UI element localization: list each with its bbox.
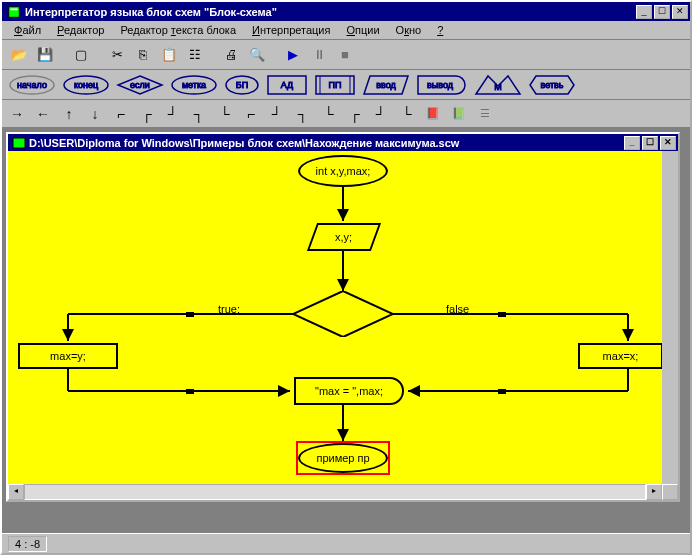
svg-text:ввод: ввод bbox=[376, 80, 396, 90]
node-condition[interactable] bbox=[293, 291, 393, 337]
props-icon[interactable]: ☷ bbox=[184, 44, 206, 66]
svg-text:если: если bbox=[130, 80, 150, 90]
child-minimize-button[interactable]: _ bbox=[624, 136, 640, 150]
menu-interpretation[interactable]: Интерпретация bbox=[244, 23, 338, 37]
shape-pp[interactable]: ПП bbox=[314, 74, 356, 96]
node-end-selected[interactable]: пример пр bbox=[298, 443, 388, 473]
mdi-client-area: D:\USER\Diploma for Windows\Примеры блок… bbox=[2, 128, 690, 533]
size-grip[interactable] bbox=[662, 484, 678, 500]
arrow-left-icon[interactable]: ← bbox=[34, 105, 52, 123]
label-true: true; bbox=[218, 303, 240, 315]
menu-window[interactable]: Окно bbox=[388, 23, 430, 37]
svg-text:метка: метка bbox=[182, 80, 206, 90]
status-coords: 4 : -8 bbox=[8, 536, 47, 552]
svg-text:ПП: ПП bbox=[329, 80, 342, 90]
menu-editor[interactable]: Редактор bbox=[49, 23, 112, 37]
flowchart-canvas[interactable]: int x,y,max; x,y; true; false max=y; max… bbox=[8, 151, 662, 484]
shape-output[interactable]: вывод bbox=[416, 74, 468, 96]
node-output[interactable]: "max = ",max; bbox=[294, 377, 404, 405]
arrow-ru-icon[interactable]: ┘ bbox=[164, 105, 182, 123]
print-icon[interactable]: 🖨 bbox=[220, 44, 242, 66]
arrow-c3-icon[interactable]: ┘ bbox=[372, 105, 390, 123]
svg-rect-36 bbox=[186, 389, 194, 394]
child-title-text: D:\USER\Diploma for Windows\Примеры блок… bbox=[29, 137, 622, 149]
arrow-up-icon[interactable]: ↑ bbox=[60, 105, 78, 123]
menu-options[interactable]: Опции bbox=[338, 23, 387, 37]
shape-branch[interactable]: ветвь bbox=[528, 74, 576, 96]
node-max-x[interactable]: max=x; bbox=[578, 343, 662, 369]
menu-file[interactable]: Файл bbox=[6, 23, 49, 37]
save-icon[interactable]: 💾 bbox=[34, 44, 56, 66]
shape-input[interactable]: ввод bbox=[362, 74, 410, 96]
shape-if[interactable]: если bbox=[116, 74, 164, 96]
open-icon[interactable]: 📂 bbox=[8, 44, 30, 66]
new-icon[interactable]: ▢ bbox=[70, 44, 92, 66]
arrow-ul-icon[interactable]: └ bbox=[216, 105, 234, 123]
vertical-scrollbar[interactable] bbox=[662, 151, 678, 484]
run-icon[interactable]: ▶ bbox=[282, 44, 304, 66]
shape-label[interactable]: метка bbox=[170, 74, 218, 96]
arrow-ur-icon[interactable]: ┌ bbox=[138, 105, 156, 123]
arrow-lu-icon[interactable]: ┘ bbox=[268, 105, 286, 123]
svg-rect-1 bbox=[11, 8, 18, 10]
shape-toolbar: начало конец если метка БП АД ПП ввод вы… bbox=[2, 70, 690, 100]
child-window: D:\USER\Diploma for Windows\Примеры блок… bbox=[6, 132, 680, 502]
svg-text:АД: АД bbox=[281, 80, 293, 90]
menu-help[interactable]: ? bbox=[429, 23, 451, 37]
node-max-y[interactable]: max=y; bbox=[18, 343, 118, 369]
svg-text:ветвь: ветвь bbox=[541, 80, 564, 90]
paste-icon[interactable]: 📋 bbox=[158, 44, 180, 66]
shape-ad[interactable]: АД bbox=[266, 74, 308, 96]
scroll-left-button[interactable]: ◂ bbox=[8, 484, 24, 500]
child-icon bbox=[12, 137, 26, 149]
pause-icon[interactable]: ⏸ bbox=[308, 44, 330, 66]
svg-rect-33 bbox=[498, 312, 506, 317]
menu-block-text-editor[interactable]: Редактор текста блока bbox=[112, 23, 244, 37]
child-maximize-button[interactable]: ☐ bbox=[642, 136, 658, 150]
svg-text:начало: начало bbox=[17, 80, 47, 90]
node-declare[interactable]: int x,y,max; bbox=[298, 155, 388, 187]
shape-m[interactable]: М bbox=[474, 74, 522, 96]
block-b-icon[interactable]: 📗 bbox=[450, 105, 468, 123]
maximize-button[interactable]: ☐ bbox=[654, 5, 670, 19]
arrow-ld-icon[interactable]: ⌐ bbox=[242, 105, 260, 123]
window-title: Интерпретатор языка блок схем "Блок-схем… bbox=[25, 6, 634, 18]
shape-bp[interactable]: БП bbox=[224, 74, 260, 96]
node-input[interactable]: x,y; bbox=[307, 223, 381, 251]
app-window: Интерпретатор языка блок схем "Блок-схем… bbox=[0, 0, 692, 555]
child-titlebar[interactable]: D:\USER\Diploma for Windows\Примеры блок… bbox=[8, 134, 678, 151]
horizontal-scrollbar[interactable]: ◂ ▸ bbox=[8, 484, 678, 500]
svg-rect-39 bbox=[498, 389, 506, 394]
shape-end[interactable]: конец bbox=[62, 74, 110, 96]
titlebar[interactable]: Интерпретатор языка блок схем "Блок-схем… bbox=[2, 2, 690, 21]
scroll-right-button[interactable]: ▸ bbox=[646, 484, 662, 500]
shape-start[interactable]: начало bbox=[8, 74, 56, 96]
svg-text:вывод: вывод bbox=[427, 80, 454, 90]
arrow-right-icon[interactable]: → bbox=[8, 105, 26, 123]
preview-icon[interactable]: 🔍 bbox=[246, 44, 268, 66]
svg-text:БП: БП bbox=[236, 80, 248, 90]
copy-icon[interactable]: ⎘ bbox=[132, 44, 154, 66]
app-icon bbox=[6, 5, 22, 19]
stop-icon[interactable]: ■ bbox=[334, 44, 356, 66]
block-a-icon[interactable]: 📕 bbox=[424, 105, 442, 123]
svg-text:М: М bbox=[494, 82, 502, 92]
arrow-c4-icon[interactable]: └ bbox=[398, 105, 416, 123]
close-button[interactable]: ✕ bbox=[672, 5, 688, 19]
arrow-dl-icon[interactable]: ┐ bbox=[294, 105, 312, 123]
svg-text:конец: конец bbox=[74, 80, 98, 90]
svg-rect-0 bbox=[9, 6, 20, 17]
arrow-c1-icon[interactable]: └ bbox=[320, 105, 338, 123]
menubar: Файл Редактор Редактор текста блока Инте… bbox=[2, 21, 690, 40]
file-toolbar: 📂 💾 ▢ ✂ ⎘ 📋 ☷ 🖨 🔍 ▶ ⏸ ■ bbox=[2, 40, 690, 70]
block-c-icon[interactable]: ☰ bbox=[476, 105, 494, 123]
arrow-rd-icon[interactable]: ┐ bbox=[190, 105, 208, 123]
child-close-button[interactable]: ✕ bbox=[660, 136, 676, 150]
minimize-button[interactable]: _ bbox=[636, 5, 652, 19]
label-false: false bbox=[446, 303, 469, 315]
arrow-dr-icon[interactable]: ⌐ bbox=[112, 105, 130, 123]
arrow-c2-icon[interactable]: ┌ bbox=[346, 105, 364, 123]
svg-marker-41 bbox=[293, 291, 393, 337]
cut-icon[interactable]: ✂ bbox=[106, 44, 128, 66]
arrow-down-icon[interactable]: ↓ bbox=[86, 105, 104, 123]
